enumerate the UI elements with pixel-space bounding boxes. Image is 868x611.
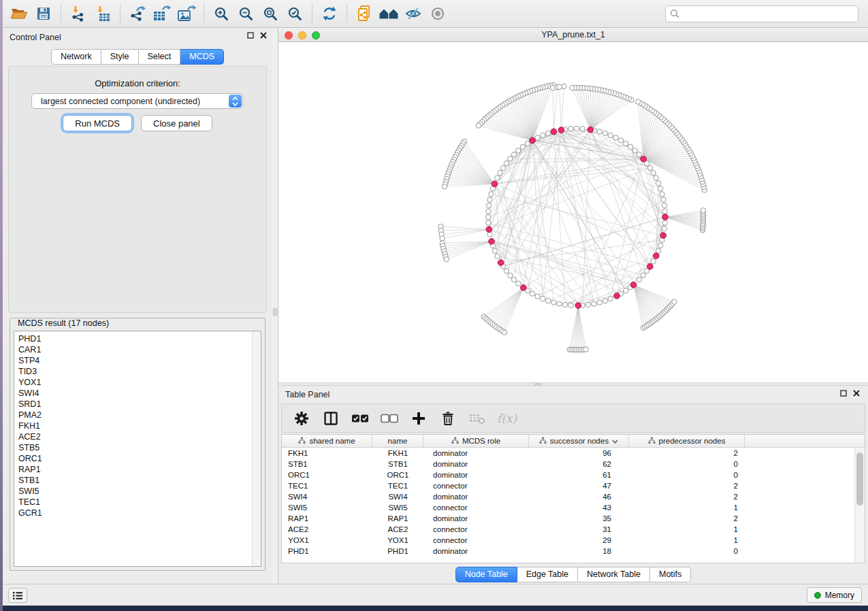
table-settings-icon[interactable]	[292, 409, 311, 428]
table-cell[interactable]: 0	[629, 546, 745, 557]
table-scrollbar[interactable]	[854, 448, 865, 563]
network-node[interactable]	[562, 84, 566, 88]
export-table-icon[interactable]	[150, 3, 174, 24]
table-cell[interactable]: 61	[529, 469, 629, 480]
table-cell[interactable]: 1	[629, 502, 745, 513]
network-node[interactable]	[592, 301, 596, 306]
table-cell[interactable]: 0	[629, 469, 745, 480]
table-row[interactable]: FKH1FKH1dominator962	[282, 448, 865, 459]
mcds-result-item[interactable]: CAR1	[18, 344, 261, 355]
network-node[interactable]	[511, 152, 516, 156]
table-cell[interactable]: PHD1	[372, 546, 423, 557]
deselect-all-icon[interactable]	[380, 409, 399, 428]
network-node[interactable]	[574, 126, 579, 131]
splitter-handle[interactable]	[273, 308, 277, 316]
table-cell[interactable]: 35	[529, 513, 629, 524]
table-cell[interactable]: connector	[423, 524, 529, 535]
mcds-result-item[interactable]: YOX1	[18, 377, 261, 388]
network-node[interactable]	[487, 232, 492, 237]
network-node[interactable]	[525, 141, 530, 146]
network-node[interactable]	[557, 301, 562, 306]
table-cell[interactable]: SWI5	[282, 502, 372, 513]
column-header-successor-nodes[interactable]: successor nodes	[529, 435, 629, 447]
close-panel-icon[interactable]	[260, 32, 267, 39]
zoom-selected-icon[interactable]	[283, 3, 307, 24]
network-graph[interactable]	[278, 42, 868, 382]
table-cell[interactable]: 0	[629, 459, 745, 469]
network-node[interactable]	[440, 236, 445, 241]
network-node[interactable]	[624, 141, 628, 146]
mcds-node[interactable]	[660, 233, 666, 239]
network-node[interactable]	[487, 197, 492, 202]
network-node[interactable]	[444, 257, 449, 261]
mcds-node[interactable]	[630, 282, 637, 288]
float-panel-icon[interactable]	[840, 390, 847, 397]
network-node[interactable]	[602, 298, 607, 303]
network-node[interactable]	[651, 259, 656, 263]
table-cell[interactable]: TEC1	[282, 480, 372, 491]
network-node[interactable]	[656, 181, 660, 186]
network-node[interactable]	[504, 161, 509, 165]
network-node[interactable]	[508, 273, 513, 278]
network-node[interactable]	[654, 176, 658, 180]
mcds-result-item[interactable]: STB1	[18, 475, 261, 486]
network-node[interactable]	[580, 127, 585, 131]
table-cell[interactable]: PHD1	[282, 546, 372, 557]
mcds-result-item[interactable]: TID3	[18, 366, 261, 377]
network-node[interactable]	[486, 203, 491, 208]
show-all-icon[interactable]	[425, 3, 450, 24]
table-row[interactable]: SWI5SWI5connector431	[282, 502, 865, 513]
open-session-icon[interactable]	[7, 3, 31, 24]
mcds-result-item[interactable]: STP4	[18, 355, 261, 366]
mcds-node[interactable]	[647, 263, 654, 269]
network-node[interactable]	[635, 99, 640, 104]
network-node[interactable]	[511, 277, 516, 282]
network-node[interactable]	[541, 133, 545, 137]
column-header-name[interactable]: name	[372, 435, 423, 447]
network-node[interactable]	[546, 298, 551, 303]
network-node[interactable]	[658, 186, 662, 191]
network-node[interactable]	[442, 184, 447, 189]
hide-selected-icon[interactable]	[401, 3, 425, 24]
mcds-node[interactable]	[575, 303, 581, 309]
network-node[interactable]	[662, 226, 666, 231]
network-node[interactable]	[662, 203, 666, 208]
tab-network-table[interactable]: Network Table	[578, 567, 650, 582]
first-neighbors-icon[interactable]	[376, 3, 401, 24]
create-column-icon[interactable]	[409, 409, 428, 428]
run-mcds-button[interactable]: Run MCDS	[63, 115, 132, 131]
network-node[interactable]	[502, 330, 507, 335]
network-node[interactable]	[550, 86, 555, 90]
network-node[interactable]	[613, 135, 618, 140]
table-cell[interactable]: TEC1	[372, 480, 423, 491]
network-node[interactable]	[568, 127, 573, 131]
zoom-fit-icon[interactable]	[258, 3, 283, 24]
mcds-node[interactable]	[551, 129, 557, 135]
network-node[interactable]	[658, 243, 662, 248]
network-node[interactable]	[498, 170, 502, 175]
maximize-window-icon[interactable]	[312, 31, 320, 39]
network-node[interactable]	[651, 170, 656, 175]
network-node[interactable]	[485, 214, 490, 219]
mcds-result-item[interactable]: ACE2	[18, 431, 261, 442]
import-network-icon[interactable]	[66, 3, 91, 24]
table-cell[interactable]: 47	[529, 480, 629, 491]
network-node[interactable]	[672, 299, 677, 304]
mcds-result-item[interactable]: PMA2	[18, 410, 261, 420]
mcds-result-item[interactable]: TEC1	[18, 497, 261, 508]
network-node[interactable]	[647, 165, 652, 170]
import-table-icon[interactable]	[91, 3, 115, 24]
mcds-node[interactable]	[588, 127, 594, 133]
network-node[interactable]	[602, 131, 607, 135]
network-window-titlebar[interactable]: YPA_prune.txt_1	[278, 28, 868, 42]
network-node[interactable]	[504, 268, 509, 273]
export-network-icon[interactable]	[125, 3, 150, 24]
mcds-result-item[interactable]: SWI4	[18, 388, 261, 399]
table-cell[interactable]: connector	[423, 502, 529, 513]
network-node[interactable]	[570, 85, 575, 90]
network-node[interactable]	[508, 156, 513, 161]
network-node[interactable]	[660, 192, 664, 197]
close-window-icon[interactable]	[285, 31, 293, 39]
table-cell[interactable]: STB1	[372, 459, 423, 469]
tab-edge-table[interactable]: Edge Table	[517, 567, 578, 582]
